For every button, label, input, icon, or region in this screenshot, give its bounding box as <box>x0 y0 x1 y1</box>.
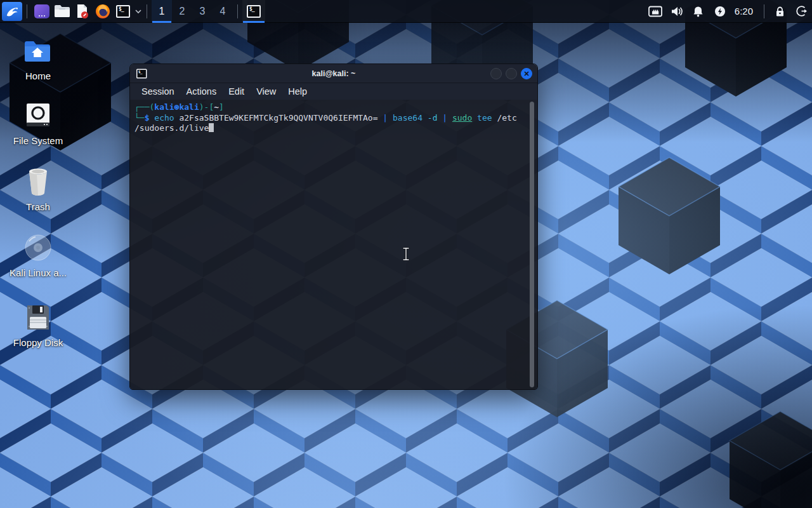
logout-button[interactable] <box>790 0 812 23</box>
panel-separator <box>147 4 147 18</box>
menu-view[interactable]: View <box>256 86 276 97</box>
desktop-icon-floppy-disk[interactable]: Floppy Disk <box>8 302 69 348</box>
folder-icon <box>54 4 70 18</box>
terminal-window: $_ kali@kali: ~ ✕ Session Actions Edit V… <box>129 64 538 390</box>
terminal-icon: $_ <box>116 5 130 18</box>
prompt-line-1: ┌──(kali⊛kali)-[~] <box>134 102 526 113</box>
maximize-button[interactable] <box>506 68 517 79</box>
menu-edit[interactable]: Edit <box>228 86 244 97</box>
window-title: kali@kali: ~ <box>130 69 537 78</box>
desktop-icon-label: Trash <box>26 201 50 212</box>
power-icon <box>714 6 726 17</box>
notifications-tray-button[interactable] <box>688 0 709 23</box>
document-icon <box>75 4 90 19</box>
workspace-pager: 1 2 3 4 <box>152 0 233 23</box>
panel-separator <box>237 4 238 18</box>
kali-desktop: $_ 1 2 3 4 $_ <box>0 0 812 508</box>
desktop-icon-trash[interactable]: Trash <box>8 166 69 212</box>
desktop-icon-label: File System <box>13 135 63 146</box>
terminal-titlebar[interactable]: $_ kali@kali: ~ ✕ <box>130 64 537 83</box>
panel-separator <box>764 4 764 18</box>
desktop-icon-kali-cd[interactable]: Kali Linux a... <box>8 232 69 278</box>
desktop-icon-home[interactable]: Home <box>8 36 69 81</box>
workspace-4-button[interactable]: 4 <box>213 0 233 23</box>
file-manager-launcher[interactable] <box>52 1 72 22</box>
network-tray-button[interactable] <box>645 0 666 23</box>
bell-icon <box>693 6 704 17</box>
desktop-icon-label: Kali Linux a... <box>10 267 67 278</box>
volume-tray-button[interactable] <box>666 0 688 23</box>
workspace-2-button[interactable]: 2 <box>172 0 192 23</box>
menu-actions[interactable]: Actions <box>187 86 217 97</box>
firefox-icon <box>95 4 110 19</box>
terminal-block-cursor <box>209 123 214 132</box>
menu-session[interactable]: Session <box>141 86 174 97</box>
firefox-launcher[interactable] <box>93 1 113 22</box>
panel-separator <box>27 4 27 18</box>
network-icon <box>648 6 662 17</box>
top-panel: $_ 1 2 3 4 $_ <box>0 0 812 23</box>
terminal-menubar: Session Actions Edit View Help <box>130 83 537 100</box>
chevron-down-icon[interactable] <box>134 9 142 14</box>
trash-icon <box>25 168 51 196</box>
desktop-icon-file-system[interactable]: File System <box>8 100 69 146</box>
workspace-1-button[interactable]: 1 <box>152 0 172 23</box>
show-desktop-launcher[interactable] <box>32 1 52 22</box>
clock[interactable]: 6:20 <box>731 6 759 17</box>
cd-disc-icon <box>24 234 52 262</box>
desktop-icon <box>34 4 49 18</box>
terminal-icon: $_ <box>136 69 147 78</box>
logout-icon <box>796 5 808 17</box>
mouse-ibeam-cursor <box>401 246 411 264</box>
terminal-task-button[interactable]: $_ <box>242 0 265 23</box>
menu-help[interactable]: Help <box>288 86 307 97</box>
hard-drive-icon <box>25 102 51 129</box>
text-editor-launcher[interactable] <box>72 1 93 22</box>
applications-menu-button[interactable] <box>2 2 22 21</box>
desktop-icon-label: Floppy Disk <box>13 337 63 348</box>
lock-icon <box>775 6 785 17</box>
minimize-button[interactable] <box>490 68 502 79</box>
desktop-icon-label: Home <box>25 70 51 81</box>
terminal-body[interactable]: ┌──(kali⊛kali)-[~] └─$ echo a2FsaSBBTEw9… <box>130 100 537 390</box>
terminal-launcher[interactable]: $_ <box>113 1 133 22</box>
volume-icon <box>671 6 683 17</box>
close-button[interactable]: ✕ <box>521 68 532 79</box>
floppy-disk-icon <box>25 304 51 331</box>
terminal-scrollbar[interactable] <box>530 102 534 387</box>
power-tray-button[interactable] <box>709 0 731 23</box>
kali-dragon-icon <box>5 4 19 18</box>
terminal-icon: $_ <box>247 5 261 18</box>
workspace-3-button[interactable]: 3 <box>192 0 213 23</box>
lock-screen-button[interactable] <box>769 0 790 23</box>
prompt-line-3: /sudoers.d/live <box>134 123 526 134</box>
home-folder-icon <box>23 38 53 64</box>
prompt-line-2: └─$ echo a2FsaSBBTEw9KEFMTCkgTk9QQVNTV0Q… <box>134 113 526 124</box>
system-tray: 6:20 <box>645 0 812 23</box>
